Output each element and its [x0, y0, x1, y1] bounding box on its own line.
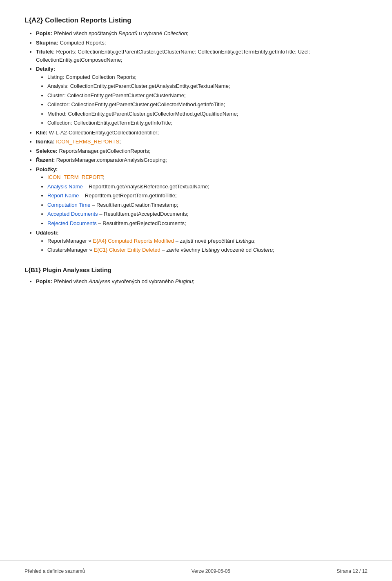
popis-item: Popis: Přehled všech spočítaných Reportů… — [36, 29, 368, 38]
footer-right: Strana 12 / 12 — [337, 568, 368, 574]
page-footer: Přehled a definice seznamů Verze 2009-05… — [0, 561, 392, 581]
udalosti-list: ReportsManager » E{A4} Computed Reports … — [47, 237, 368, 254]
section1-title: L{A2} Collection Reports Listing — [24, 16, 368, 25]
polozky-analysis-name: Analysis Name – ReportItem.getAnalysisRe… — [47, 183, 368, 191]
detaily-collector: Collector: CollectionEntity.getParentClu… — [47, 101, 368, 109]
section2-title: L{B1} Plugin Analyses Listing — [24, 266, 368, 273]
titulek-label: Titulek: Reports: CollectionEntity.getPa… — [36, 49, 310, 63]
klic-item: Klíč: W-L-A2-CollectionEntity.getCollect… — [36, 129, 368, 137]
polozky-report-name: Report Name – ReportItem.getReportTerm.g… — [47, 192, 368, 200]
footer-center: Verze 2009-05-05 — [192, 568, 230, 574]
footer-left: Přehled a definice seznamů — [24, 568, 85, 574]
polozky-list: ICON_TERM_REPORT; Analysis Name – Report… — [47, 173, 368, 227]
skupina-item: Skupina: Computed Reports; — [36, 39, 368, 47]
polozky-item: Položky: ICON_TERM_REPORT; Analysis Name… — [36, 165, 368, 228]
ikonka-item: Ikonka: ICON_TERMS_REPORTS; — [36, 138, 368, 146]
titulek-item: Titulek: Reports: CollectionEntity.getPa… — [36, 48, 368, 64]
udalosti-reports-manager: ReportsManager » E{A4} Computed Reports … — [47, 237, 368, 245]
selekce-item: Selekce: ReportsManager.getCollectionRep… — [36, 147, 368, 155]
udalosti-clusters-manager: ClustersManager » E{C1} Cluster Entity D… — [47, 246, 368, 254]
section1-list: Popis: Přehled všech spočítaných Reportů… — [36, 29, 368, 254]
polozky-icon: ICON_TERM_REPORT; — [47, 173, 368, 181]
popis-label: Popis: Přehled všech spočítaných Reportů… — [36, 30, 189, 36]
section2-popis: Popis: Přehled všech Analyses vytvořenýc… — [36, 277, 368, 286]
detaily-list: Listing: Computed Collection Reports; An… — [47, 73, 368, 127]
skupina-label: Skupina: Computed Reports; — [36, 40, 106, 46]
polozky-accepted-documents: Accepted Documents – ResultItem.getAccep… — [47, 210, 368, 218]
udalosti-item: Události: ReportsManager » E{A4} Compute… — [36, 229, 368, 254]
polozky-rejected-documents: Rejected Documents – ResultItem.getRejec… — [47, 219, 368, 228]
polozky-computation-time: Computation Time – ResultItem.getCreatio… — [47, 201, 368, 209]
detaily-listing: Listing: Computed Collection Reports; — [47, 73, 368, 81]
detaily-method: Method: CollectionEntity.getParentCluste… — [47, 110, 368, 118]
detaily-analysis: Analysis: CollectionEntity.getParentClus… — [47, 82, 368, 90]
detaily-item: Detaily: Listing: Computed Collection Re… — [36, 65, 368, 127]
section2-list: Popis: Přehled všech Analyses vytvořenýc… — [36, 277, 368, 286]
detaily-cluster: Cluster: CollectionEntity.getParentClust… — [47, 92, 368, 100]
razeni-item: Řazení: ReportsManager.comparatorAnalysi… — [36, 156, 368, 164]
detaily-collection: Collection: CollectionEntity.getTermEnti… — [47, 119, 368, 127]
page-content: L{A2} Collection Reports Listing Popis: … — [0, 0, 392, 552]
